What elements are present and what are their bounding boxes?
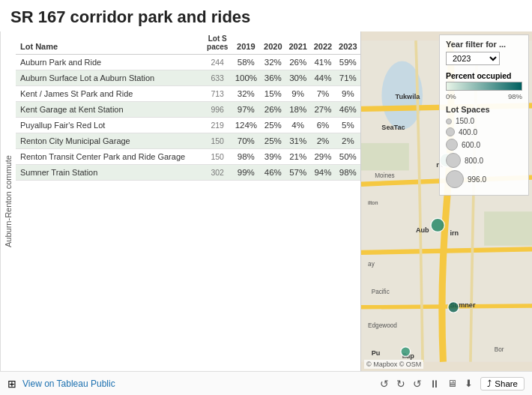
share-label: Share xyxy=(495,379,518,388)
year-filter[interactable]: 2023 2022 2021 2020 2019 xyxy=(446,52,522,65)
cell-lot-name: Kent Garage at Kent Station xyxy=(16,102,203,118)
cell-2020: 39% xyxy=(261,149,285,165)
cell-2022: 44% xyxy=(310,70,335,86)
svg-text:SeaTac: SeaTac xyxy=(381,124,405,131)
cell-2019: 99% xyxy=(232,165,261,181)
circle-label: 800.0 xyxy=(465,157,483,165)
cell-2022: 27% xyxy=(310,102,335,118)
cell-2021: 21% xyxy=(285,149,310,165)
table-container: Lot Name Lot Spaces 2019 2020 2021 2022 … xyxy=(16,31,360,371)
toolbar-left: ⊞ View on Tableau Public xyxy=(7,378,115,390)
svg-point-24 xyxy=(431,218,444,232)
cell-2023: 9% xyxy=(336,86,360,102)
map-attribution: © Mapbox © OSM xyxy=(364,360,423,369)
cell-2019: 70% xyxy=(232,133,261,149)
cell-2019: 98% xyxy=(232,149,261,165)
table-row: Renton Transit Center Park and Ride Gara… xyxy=(16,149,360,165)
cell-lot-spaces: 150 xyxy=(203,133,232,149)
revert-button[interactable]: ↺ xyxy=(413,378,422,390)
lot-spaces-legend: Lot Spaces 150.0 400.0 600.0 800.0 996.0 xyxy=(446,105,522,188)
pause-button[interactable]: ⏸ xyxy=(429,378,440,390)
download-icon[interactable]: ⬇ xyxy=(465,378,473,389)
cell-2022: 7% xyxy=(310,86,335,102)
svg-text:Pacific: Pacific xyxy=(372,289,390,295)
gradient-bar xyxy=(446,82,522,91)
cell-2019: 100% xyxy=(232,70,261,86)
svg-line-5 xyxy=(361,306,532,307)
cell-2019: 124% xyxy=(232,118,261,133)
percent-label: Percent occupied xyxy=(446,71,522,80)
cell-2023: 50% xyxy=(336,149,360,165)
cell-2021: 26% xyxy=(285,55,310,70)
circle-label: 600.0 xyxy=(462,141,480,149)
svg-rect-6 xyxy=(361,143,409,170)
svg-text:Moines: Moines xyxy=(375,172,394,179)
cell-2022: 94% xyxy=(310,165,335,181)
cell-2022: 2% xyxy=(310,133,335,149)
cell-2022: 6% xyxy=(310,118,335,133)
svg-point-25 xyxy=(448,302,459,313)
device-icon[interactable]: 🖥 xyxy=(447,378,457,389)
bottom-toolbar: ⊞ View on Tableau Public ↺ ↻ ↺ ⏸ 🖥 ⬇ ⤴ S… xyxy=(0,371,532,395)
svg-rect-7 xyxy=(484,211,532,246)
percent-max: 98% xyxy=(508,92,522,100)
view-on-tableau-link[interactable]: View on Tableau Public xyxy=(22,379,115,389)
cell-lot-name: Sumner Train Station xyxy=(16,165,203,181)
cell-2020: 26% xyxy=(261,102,285,118)
cell-lot-name: Auburn Surface Lot a Auburn Station xyxy=(16,70,203,86)
year-select[interactable]: 2023 2022 2021 2020 2019 xyxy=(446,52,500,65)
cell-2022: 41% xyxy=(310,55,335,70)
share-button[interactable]: ⤴ Share xyxy=(480,377,525,391)
table-row: Auburn Surface Lot a Auburn Station 633 … xyxy=(16,70,360,86)
svg-text:ay: ay xyxy=(368,261,375,268)
cell-2021: 4% xyxy=(285,118,310,133)
svg-text:ilton: ilton xyxy=(368,199,378,206)
cell-lot-spaces: 633 xyxy=(203,70,232,86)
col-2020: 2020 xyxy=(261,31,285,55)
cell-2022: 29% xyxy=(310,149,335,165)
toolbar-right: ↺ ↻ ↺ ⏸ 🖥 ⬇ ⤴ Share xyxy=(380,377,525,391)
table-header-row: Lot Name Lot Spaces 2019 2020 2021 2022 … xyxy=(16,31,360,55)
circle-label: 996.0 xyxy=(468,175,486,184)
cell-lot-name: Renton City Municipal Garage xyxy=(16,133,203,149)
circle-icon xyxy=(446,153,461,168)
col-lot-name: Lot Name xyxy=(16,31,203,55)
cell-lot-spaces: 150 xyxy=(203,149,232,165)
col-2023: 2023 xyxy=(336,31,360,55)
circle-icon xyxy=(446,127,455,136)
cell-lot-spaces: 219 xyxy=(203,118,232,133)
circle-row: 400.0 xyxy=(446,127,522,136)
cell-2020: 36% xyxy=(261,70,285,86)
sidebar-label: Auburn-Renton commute xyxy=(0,31,16,371)
cell-2021: 57% xyxy=(285,165,310,181)
cell-2019: 97% xyxy=(232,102,261,118)
share-icon: ⤴ xyxy=(487,379,492,388)
gradient-labels: 0% 98% xyxy=(446,92,522,100)
content-area: Auburn-Renton commute Lot Name Lot Space… xyxy=(0,31,532,371)
percent-min: 0% xyxy=(446,92,456,100)
cell-2023: 46% xyxy=(336,102,360,118)
undo-button[interactable]: ↺ xyxy=(380,378,389,390)
cell-2023: 71% xyxy=(336,70,360,86)
cell-2023: 2% xyxy=(336,133,360,149)
cell-2023: 59% xyxy=(336,55,360,70)
col-2019: 2019 xyxy=(232,31,261,55)
col-2022: 2022 xyxy=(310,31,335,55)
map-area: Rento Tukwila SeaTac Moines nt Aub irn a… xyxy=(360,31,532,371)
circle-row: 996.0 xyxy=(446,170,522,188)
cell-lot-name: Puyallup Fair's Red Lot xyxy=(16,118,203,133)
table-row: Kent / James St Park and Ride 713 32% 15… xyxy=(16,86,360,102)
svg-text:Aub: Aub xyxy=(416,226,429,234)
legend: Year filter for ... 2023 2022 2021 2020 … xyxy=(439,34,529,196)
cell-2019: 58% xyxy=(232,55,261,70)
circle-row: 600.0 xyxy=(446,139,522,151)
circle-icon xyxy=(446,139,458,151)
svg-text:Bor: Bor xyxy=(495,346,504,353)
table-row: Renton City Municipal Garage 150 70% 25%… xyxy=(16,133,360,149)
cell-2020: 25% xyxy=(261,133,285,149)
table-row: Sumner Train Station 302 99% 46% 57% 94%… xyxy=(16,165,360,181)
cell-lot-spaces: 996 xyxy=(203,102,232,118)
cell-2020: 15% xyxy=(261,86,285,102)
redo-button[interactable]: ↻ xyxy=(396,378,405,390)
cell-2021: 31% xyxy=(285,133,310,149)
